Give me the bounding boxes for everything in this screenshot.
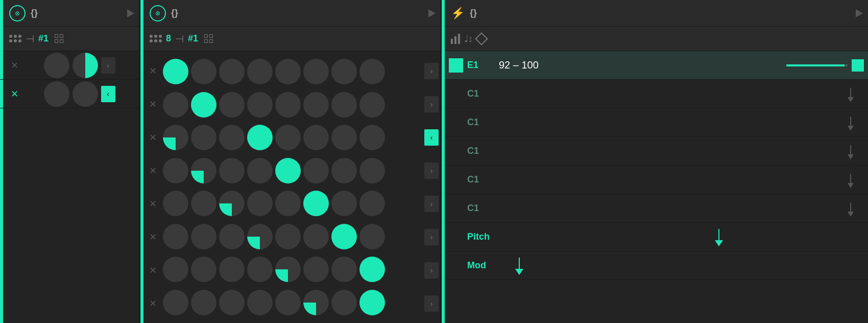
cell-3-4[interactable] xyxy=(275,158,301,183)
cell-3-0[interactable] xyxy=(163,158,188,183)
diamond-icon[interactable] xyxy=(475,32,488,45)
cell-left-2-2[interactable] xyxy=(73,81,98,107)
cell-0-6[interactable] xyxy=(331,59,357,84)
cell-6-3[interactable] xyxy=(247,257,273,282)
param-row-pitch[interactable]: Pitch xyxy=(445,223,868,251)
cell-0-5[interactable] xyxy=(303,59,329,84)
cell-4-2[interactable] xyxy=(219,191,245,216)
cell-6-7[interactable] xyxy=(359,257,385,282)
braces-icon-left[interactable]: {} xyxy=(31,8,38,18)
param-row-c1-2[interactable]: C1 xyxy=(445,108,868,137)
cell-4-1[interactable] xyxy=(191,191,216,216)
cell-6-4[interactable] xyxy=(275,257,301,282)
cell-2-1[interactable] xyxy=(191,125,216,150)
cell-3-3[interactable] xyxy=(247,158,273,183)
arrow-right-mid-8[interactable]: › xyxy=(424,295,439,312)
arrow-right-mid-7[interactable]: › xyxy=(424,262,439,279)
snake-icon-left[interactable]: ⊗ xyxy=(9,5,26,21)
cell-5-2[interactable] xyxy=(219,224,245,249)
cell-2-0[interactable] xyxy=(163,125,188,150)
arrow-right-mid-5[interactable]: › xyxy=(424,196,439,212)
param-row-e1[interactable]: E1 92 – 100 xyxy=(445,51,868,80)
cell-1-3[interactable] xyxy=(247,92,273,118)
cell-5-6[interactable] xyxy=(331,224,357,249)
cell-left-1-2[interactable] xyxy=(73,53,98,78)
play-button-left[interactable] xyxy=(127,9,134,17)
cell-4-5[interactable] xyxy=(303,191,329,216)
cell-5-3[interactable] xyxy=(247,224,273,249)
cell-0-2[interactable] xyxy=(219,59,245,84)
cell-0-1[interactable] xyxy=(191,59,216,84)
expand-icon-left[interactable] xyxy=(55,34,64,43)
cell-4-3[interactable] xyxy=(247,191,273,216)
x-mid-1[interactable]: ✕ xyxy=(147,65,159,77)
x-mid-8[interactable]: ✕ xyxy=(147,298,159,309)
arrow-right-mid-6[interactable]: › xyxy=(424,229,439,245)
cell-1-0[interactable] xyxy=(163,92,188,118)
param-row-c1-3[interactable]: C1 xyxy=(445,137,868,166)
cell-4-6[interactable] xyxy=(331,191,357,216)
cell-1-2[interactable] xyxy=(219,92,245,118)
cell-2-7[interactable] xyxy=(359,125,385,150)
x-mid-5[interactable]: ✕ xyxy=(147,198,159,210)
arrow-left-mid-3[interactable]: ‹ xyxy=(424,129,439,146)
cell-0-3[interactable] xyxy=(247,59,273,84)
cell-3-2[interactable] xyxy=(219,158,245,183)
cell-6-2[interactable] xyxy=(219,257,245,282)
cell-3-1[interactable] xyxy=(191,158,216,183)
cell-6-1[interactable] xyxy=(191,257,216,282)
cell-1-5[interactable] xyxy=(303,92,329,118)
play-button-mid[interactable] xyxy=(428,9,436,17)
cell-2-4[interactable] xyxy=(275,125,301,150)
arrow-right-left-1[interactable]: › xyxy=(101,57,115,74)
play-button-right[interactable] xyxy=(856,9,863,17)
cell-0-0[interactable] xyxy=(163,59,188,84)
param-row-c1-5[interactable]: C1 xyxy=(445,194,868,223)
arrow-left-left-2[interactable]: ‹ xyxy=(101,86,115,102)
cell-6-6[interactable] xyxy=(331,257,357,282)
cell-5-7[interactable] xyxy=(359,224,385,249)
cell-5-1[interactable] xyxy=(191,224,216,249)
param-row-c1-1[interactable]: C1 xyxy=(445,80,868,108)
cell-4-7[interactable] xyxy=(359,191,385,216)
cell-7-0[interactable] xyxy=(163,290,188,315)
lightning-icon[interactable]: ⚡ xyxy=(451,7,465,19)
cell-0-7[interactable] xyxy=(359,59,385,84)
cell-6-5[interactable] xyxy=(303,257,329,282)
cell-0-4[interactable] xyxy=(275,59,301,84)
cell-4-4[interactable] xyxy=(275,191,301,216)
arrow-right-mid-4[interactable]: › xyxy=(424,163,439,179)
bars-icon[interactable] xyxy=(451,34,460,44)
cell-5-5[interactable] xyxy=(303,224,329,249)
snake-icon-mid[interactable]: ⊗ xyxy=(150,5,166,21)
param-row-mod[interactable]: Mod xyxy=(445,251,868,280)
cell-7-7[interactable] xyxy=(359,290,385,315)
arrow-right-mid-2[interactable]: › xyxy=(424,96,439,112)
expand-icon-mid[interactable] xyxy=(204,34,213,43)
cell-2-5[interactable] xyxy=(303,125,329,150)
braces-icon-right[interactable]: {} xyxy=(470,8,477,18)
x-mark-left-1[interactable]: ✕ xyxy=(8,60,20,71)
cell-2-3[interactable] xyxy=(247,125,273,150)
cell-7-3[interactable] xyxy=(247,290,273,315)
param-row-c1-4[interactable]: C1 xyxy=(445,166,868,194)
cell-6-0[interactable] xyxy=(163,257,188,282)
cell-1-4[interactable] xyxy=(275,92,301,118)
x-mid-2[interactable]: ✕ xyxy=(147,99,159,110)
cell-left-1-1[interactable] xyxy=(44,53,69,78)
cell-1-6[interactable] xyxy=(331,92,357,118)
x-mid-3[interactable]: ✕ xyxy=(147,132,159,143)
cell-2-2[interactable] xyxy=(219,125,245,150)
cell-1-7[interactable] xyxy=(359,92,385,118)
cell-7-4[interactable] xyxy=(275,290,301,315)
cell-7-1[interactable] xyxy=(191,290,216,315)
cell-5-4[interactable] xyxy=(275,224,301,249)
x-mid-6[interactable]: ✕ xyxy=(147,232,159,243)
cell-2-6[interactable] xyxy=(331,125,357,150)
cell-3-5[interactable] xyxy=(303,158,329,183)
x-mid-4[interactable]: ✕ xyxy=(147,165,159,176)
note-icon[interactable]: ♩↕ xyxy=(464,33,473,44)
cell-7-2[interactable] xyxy=(219,290,245,315)
braces-icon-mid[interactable]: {} xyxy=(171,8,178,18)
cell-1-1[interactable] xyxy=(191,92,216,118)
